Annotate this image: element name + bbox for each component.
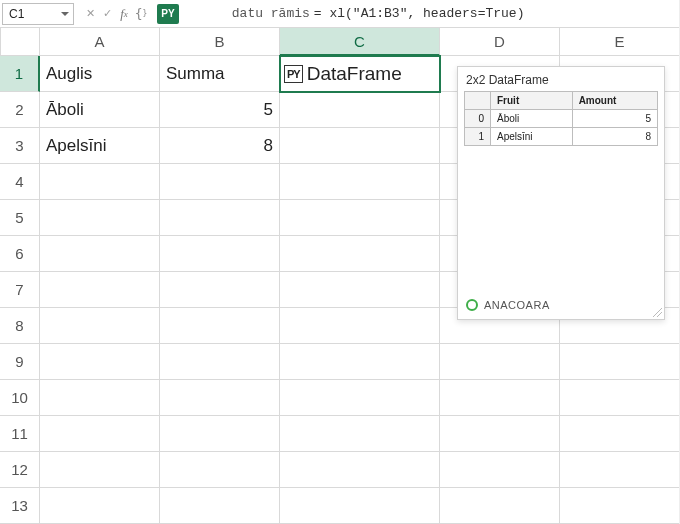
row-header-12[interactable]: 12 (0, 452, 40, 488)
dataframe-preview-card: 2x2 DataFrame Fruit Amount 0 Āboli 5 1 A… (457, 66, 665, 320)
formula-variable: datu rāmis (232, 6, 310, 21)
row-header-13[interactable]: 13 (0, 488, 40, 524)
cell-e13[interactable] (560, 488, 680, 524)
cell-c4[interactable] (280, 164, 440, 200)
fx-icon[interactable]: fx (116, 5, 132, 23)
cell-e9[interactable] (560, 344, 680, 380)
cell-a5[interactable] (40, 200, 160, 236)
cell-b7[interactable] (160, 272, 280, 308)
cell-b11[interactable] (160, 416, 280, 452)
cell-b4[interactable] (160, 164, 280, 200)
cell-b9[interactable] (160, 344, 280, 380)
cell-c2[interactable] (280, 92, 440, 128)
accept-icon[interactable]: ✓ (99, 5, 115, 23)
cell-b3[interactable]: 8 (160, 128, 280, 164)
cell-b6[interactable] (160, 236, 280, 272)
cell-a2[interactable]: Āboli (40, 92, 160, 128)
python-cell-icon: PY (284, 65, 303, 83)
cell-a13[interactable] (40, 488, 160, 524)
python-brace-icon[interactable]: {} (133, 5, 149, 23)
cell-c8[interactable] (280, 308, 440, 344)
cell-c5[interactable] (280, 200, 440, 236)
python-badge-label: PY (161, 8, 174, 19)
col-header-b[interactable]: B (160, 28, 280, 56)
cell-d9[interactable] (440, 344, 560, 380)
row-header-5[interactable]: 5 (0, 200, 40, 236)
cell-b10[interactable] (160, 380, 280, 416)
cell-c1[interactable]: PY DataFrame (280, 56, 440, 92)
row-header-3[interactable]: 3 (0, 128, 40, 164)
preview-amount: 8 (572, 128, 657, 146)
preview-table: Fruit Amount 0 Āboli 5 1 Apelsīni 8 (464, 91, 658, 146)
cell-c3[interactable] (280, 128, 440, 164)
cell-b8[interactable] (160, 308, 280, 344)
col-header-d[interactable]: D (440, 28, 560, 56)
preview-footer: ANACOARA (466, 299, 550, 311)
cell-d12[interactable] (440, 452, 560, 488)
cell-e10[interactable] (560, 380, 680, 416)
cell-a6[interactable] (40, 236, 160, 272)
resize-handle-icon[interactable] (652, 307, 662, 317)
cell-a9[interactable] (40, 344, 160, 380)
cell-c1-value: DataFrame (307, 63, 402, 85)
row-header-6[interactable]: 6 (0, 236, 40, 272)
anaconda-ring-icon (466, 299, 478, 311)
preview-idx: 1 (465, 128, 491, 146)
col-header-c[interactable]: C (280, 28, 440, 56)
col-header-e[interactable]: E (560, 28, 680, 56)
row-header-4[interactable]: 4 (0, 164, 40, 200)
preview-idx: 0 (465, 110, 491, 128)
cell-a1[interactable]: Auglis (40, 56, 160, 92)
cell-a3[interactable]: Apelsīni (40, 128, 160, 164)
cell-b5[interactable] (160, 200, 280, 236)
cell-a7[interactable] (40, 272, 160, 308)
preview-title: 2x2 DataFrame (458, 67, 664, 91)
cell-b2[interactable]: 5 (160, 92, 280, 128)
cell-b12[interactable] (160, 452, 280, 488)
row-header-8[interactable]: 8 (0, 308, 40, 344)
app-root: C1 ✕ ✓ fx {} PY datu rāmis= xl("A1:B3", … (0, 0, 680, 524)
col-header-a[interactable]: A (40, 28, 160, 56)
preview-fruit: Āboli (491, 110, 573, 128)
preview-col-fruit: Fruit (491, 92, 573, 110)
cell-d11[interactable] (440, 416, 560, 452)
cell-d13[interactable] (440, 488, 560, 524)
preview-row: 1 Apelsīni 8 (465, 128, 658, 146)
cell-e12[interactable] (560, 452, 680, 488)
cell-b13[interactable] (160, 488, 280, 524)
row-header-11[interactable]: 11 (0, 416, 40, 452)
cell-e11[interactable] (560, 416, 680, 452)
cell-c10[interactable] (280, 380, 440, 416)
formula-icons: ✕ ✓ fx {} (80, 5, 151, 23)
python-badge: PY (157, 4, 179, 24)
select-all-corner[interactable] (0, 28, 40, 56)
formula-bar: C1 ✕ ✓ fx {} PY datu rāmis= xl("A1:B3", … (0, 0, 679, 28)
cancel-icon[interactable]: ✕ (82, 5, 98, 23)
preview-fruit: Apelsīni (491, 128, 573, 146)
cell-a4[interactable] (40, 164, 160, 200)
cell-b1[interactable]: Summa (160, 56, 280, 92)
name-box-value: C1 (9, 7, 24, 21)
row-header-10[interactable]: 10 (0, 380, 40, 416)
cell-c13[interactable] (280, 488, 440, 524)
cell-a11[interactable] (40, 416, 160, 452)
row-header-1[interactable]: 1 (0, 56, 40, 92)
preview-col-index (465, 92, 491, 110)
row-header-7[interactable]: 7 (0, 272, 40, 308)
cell-a8[interactable] (40, 308, 160, 344)
cell-c11[interactable] (280, 416, 440, 452)
formula-expression: = xl("A1:B3", headers=True) (310, 6, 529, 21)
cell-d10[interactable] (440, 380, 560, 416)
row-header-9[interactable]: 9 (0, 344, 40, 380)
preview-amount: 5 (572, 110, 657, 128)
cell-a10[interactable] (40, 380, 160, 416)
cell-c6[interactable] (280, 236, 440, 272)
cell-c12[interactable] (280, 452, 440, 488)
row-header-2[interactable]: 2 (0, 92, 40, 128)
preview-footer-label: ANACOARA (484, 299, 550, 311)
cell-c7[interactable] (280, 272, 440, 308)
name-box[interactable]: C1 (2, 3, 74, 25)
cell-a12[interactable] (40, 452, 160, 488)
preview-col-amount: Amount (572, 92, 657, 110)
cell-c9[interactable] (280, 344, 440, 380)
